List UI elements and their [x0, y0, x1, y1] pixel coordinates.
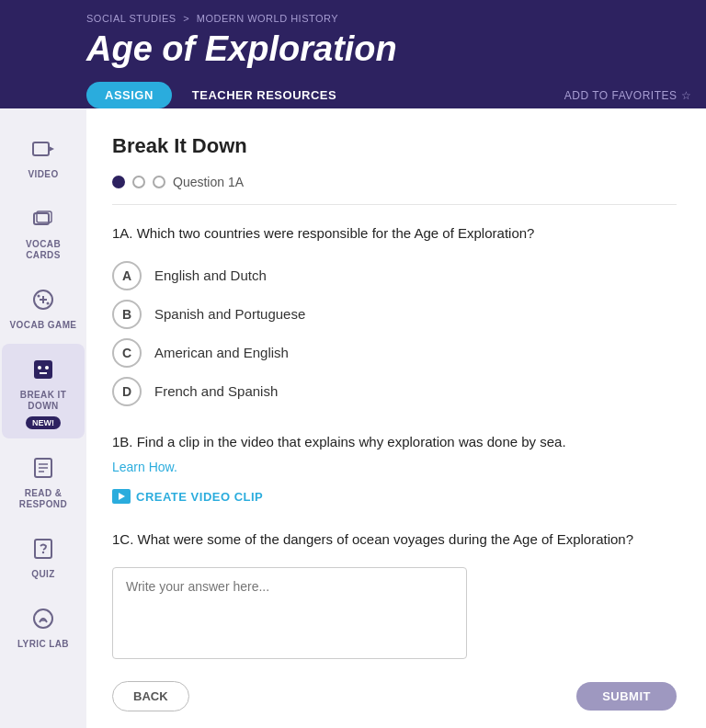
progress-dot-1 — [112, 176, 125, 188]
breadcrumb: SOCIAL STUDIES > MODERN WORLD HISTORY — [86, 13, 706, 24]
video-icon — [27, 132, 60, 165]
add-to-favorites-button[interactable]: ADD TO FAVORITES ☆ — [564, 89, 691, 102]
sidebar-item-label-break-it-down: BREAK IT DOWN — [7, 390, 79, 412]
option-c[interactable]: C American and English — [112, 338, 677, 368]
sidebar-item-read-respond[interactable]: READ & RESPOND — [2, 442, 85, 519]
vocab-game-icon — [27, 283, 60, 316]
progress-row: Question 1A — [112, 175, 677, 189]
sidebar-item-label-read-respond: READ & RESPOND — [7, 488, 79, 510]
page-title: Age of Exploration — [86, 29, 706, 69]
svg-point-5 — [38, 295, 40, 298]
question-1b-text: 1B. Find a clip in the video that explai… — [112, 432, 677, 453]
sidebar-item-label-vocab-cards: VOCAB CARDS — [7, 239, 79, 261]
new-badge: NEW! — [26, 416, 61, 429]
main-content: Break It Down Question 1A 1A. Which two … — [86, 108, 706, 728]
sidebar: VIDEO VOCAB CARDS VOCAB GAME BREAK IT DO… — [0, 108, 86, 728]
answer-textarea[interactable] — [112, 567, 467, 659]
answer-textarea-wrapper — [112, 567, 677, 663]
sidebar-item-label-lyric-lab: LYRIC LAB — [17, 639, 69, 650]
sidebar-item-label-quiz: QUIZ — [31, 569, 55, 580]
question-1c-text: 1C. What were some of the dangers of oce… — [112, 529, 677, 551]
svg-marker-1 — [49, 146, 54, 152]
progress-dot-2 — [132, 176, 145, 188]
clip-icon — [112, 489, 131, 504]
sidebar-item-label-vocab-game: VOCAB GAME — [10, 320, 77, 331]
back-button[interactable]: BACK — [112, 681, 189, 711]
option-c-circle: C — [112, 338, 142, 368]
svg-rect-7 — [34, 360, 52, 379]
sidebar-item-vocab-game[interactable]: VOCAB GAME — [2, 274, 85, 340]
lyric-lab-icon — [27, 602, 60, 635]
svg-point-9 — [45, 366, 49, 370]
svg-rect-15 — [35, 540, 51, 558]
section-title: Break It Down — [112, 134, 677, 158]
header-tabs-left: ASSIGN TEACHER RESOURCES — [86, 82, 351, 108]
teacher-resources-button[interactable]: TEACHER RESOURCES — [177, 82, 351, 108]
options-list: A English and Dutch B Spanish and Portug… — [112, 261, 677, 406]
bottom-nav: BACK SUBMIT — [112, 681, 677, 711]
divider — [112, 204, 677, 205]
header-tabs: ASSIGN TEACHER RESOURCES ADD TO FAVORITE… — [86, 82, 706, 108]
sidebar-item-quiz[interactable]: QUIZ — [2, 523, 85, 589]
sidebar-item-label-video: VIDEO — [28, 169, 58, 180]
svg-point-8 — [38, 366, 41, 370]
sidebar-item-vocab-cards[interactable]: VOCAB CARDS — [2, 193, 85, 270]
option-a-text: English and Dutch — [154, 267, 267, 283]
option-b-text: Spanish and Portuguese — [154, 306, 305, 322]
option-d-circle: D — [112, 377, 142, 406]
svg-rect-0 — [33, 142, 49, 155]
create-video-clip-button[interactable]: CREATE VIDEO CLIP — [112, 489, 263, 504]
option-a-circle: A — [112, 261, 142, 290]
progress-dot-3 — [153, 176, 165, 188]
assign-button[interactable]: ASSIGN — [86, 82, 172, 108]
progress-label: Question 1A — [173, 175, 244, 189]
header: SOCIAL STUDIES > MODERN WORLD HISTORY Ag… — [0, 0, 706, 108]
submit-button[interactable]: SUBMIT — [576, 682, 677, 711]
sidebar-item-break-it-down[interactable]: BREAK IT DOWN NEW! — [2, 344, 85, 438]
break-it-down-icon — [27, 353, 60, 386]
option-d-text: French and Spanish — [154, 383, 278, 399]
svg-point-6 — [47, 302, 50, 305]
question-1a-text: 1A. Which two countries were responsible… — [112, 223, 677, 245]
sidebar-item-video[interactable]: VIDEO — [2, 123, 85, 189]
star-icon: ☆ — [681, 89, 692, 102]
breadcrumb-separator: > — [183, 13, 189, 24]
option-c-text: American and English — [154, 345, 289, 360]
vocab-cards-icon — [27, 202, 60, 235]
option-a[interactable]: A English and Dutch — [112, 261, 677, 290]
option-b[interactable]: B Spanish and Portuguese — [112, 300, 677, 329]
svg-point-16 — [42, 552, 44, 553]
learn-how-link[interactable]: Learn How. — [112, 460, 677, 474]
option-b-circle: B — [112, 300, 142, 329]
create-clip-label: CREATE VIDEO CLIP — [136, 490, 263, 504]
main-layout: VIDEO VOCAB CARDS VOCAB GAME BREAK IT DO… — [0, 108, 706, 728]
quiz-icon — [27, 532, 60, 565]
option-d[interactable]: D French and Spanish — [112, 377, 677, 406]
sidebar-item-lyric-lab[interactable]: LYRIC LAB — [2, 593, 85, 659]
read-respond-icon — [27, 451, 60, 484]
